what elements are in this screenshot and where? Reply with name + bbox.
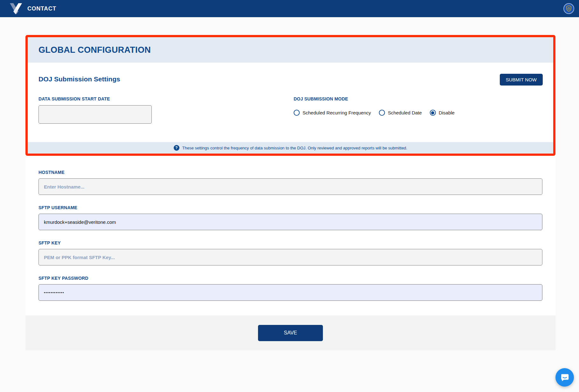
save-button[interactable]: SAVE bbox=[258, 325, 323, 341]
radio-scheduled-recurring-frequency[interactable]: Scheduled Recurring Frequency bbox=[294, 110, 371, 116]
form-footer: SAVE bbox=[25, 315, 555, 350]
sftp-username-input[interactable] bbox=[38, 214, 542, 230]
sftp-key-password-label: SFTP KEY PASSWORD bbox=[38, 276, 542, 281]
chat-launcher-button[interactable] bbox=[555, 368, 574, 387]
shield-star-badge-icon[interactable] bbox=[563, 3, 575, 14]
doj-submission-settings-title: DOJ Submission Settings bbox=[38, 75, 120, 83]
help-question-icon: ? bbox=[174, 145, 179, 151]
sftp-settings-form: HOSTNAME SFTP USERNAME SFTP KEY SFTP KEY… bbox=[25, 156, 555, 301]
data-submission-start-date-input[interactable] bbox=[38, 105, 152, 124]
hostname-label: HOSTNAME bbox=[38, 170, 542, 175]
global-configuration-card: GLOBAL CONFIGURATION DOJ Submission Sett… bbox=[25, 35, 555, 350]
radio-scheduled-date[interactable]: Scheduled Date bbox=[379, 110, 422, 116]
veritone-logo-icon bbox=[10, 3, 22, 14]
doj-submission-settings-body: DOJ Submission Settings SUBMIT NOW DATA … bbox=[28, 63, 553, 142]
submit-now-button[interactable]: SUBMIT NOW bbox=[500, 74, 543, 86]
doj-submission-mode-label: DOJ SUBMISSION MODE bbox=[294, 96, 543, 101]
top-navbar: CONTACT bbox=[0, 0, 579, 17]
app-title: CONTACT bbox=[27, 5, 56, 12]
radio-circle-icon bbox=[379, 110, 385, 116]
doj-submission-info-text: These settings control the frequency of … bbox=[182, 146, 407, 150]
data-submission-start-date-label: DATA SUBMISSION START DATE bbox=[38, 96, 258, 101]
hostname-input[interactable] bbox=[38, 178, 542, 195]
sftp-username-label: SFTP USERNAME bbox=[38, 205, 542, 210]
radio-circle-icon bbox=[430, 110, 436, 116]
doj-submission-info-bar: ? These settings control the frequency o… bbox=[28, 142, 553, 154]
section-header: GLOBAL CONFIGURATION bbox=[28, 37, 553, 63]
radio-disable[interactable]: Disable bbox=[430, 110, 455, 116]
page-title: GLOBAL CONFIGURATION bbox=[38, 45, 151, 55]
sftp-key-password-input[interactable] bbox=[38, 284, 542, 301]
chat-bubble-icon bbox=[560, 372, 570, 382]
doj-submission-highlight-section: GLOBAL CONFIGURATION DOJ Submission Sett… bbox=[25, 35, 555, 156]
sftp-key-label: SFTP KEY bbox=[38, 240, 542, 245]
sftp-key-input[interactable] bbox=[38, 249, 542, 265]
radio-circle-icon bbox=[294, 110, 300, 116]
doj-submission-mode-radio-group: Scheduled Recurring Frequency Scheduled … bbox=[294, 110, 543, 116]
